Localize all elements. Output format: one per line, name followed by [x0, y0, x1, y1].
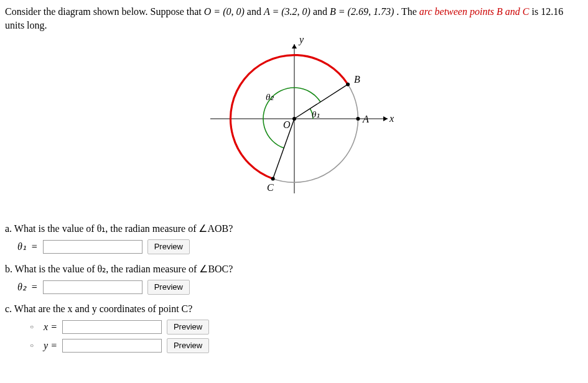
label-y: y [298, 38, 304, 45]
c-y-row: y = Preview [30, 338, 583, 353]
problem-statement: Consider the diagram shown below. Suppos… [5, 5, 583, 33]
theta1-label: θ₁ = [17, 241, 38, 252]
svg-point-9 [346, 82, 350, 86]
c-x-row: x = Preview [30, 320, 583, 335]
and2: and [313, 6, 330, 17]
theta1-input[interactable] [43, 240, 142, 254]
preview-button-b[interactable]: Preview [147, 280, 190, 295]
label-O: O [283, 119, 291, 130]
theta2-label: θ₂ = [17, 281, 38, 293]
preview-button-cx[interactable]: Preview [167, 320, 209, 335]
problem-prefix: Consider the diagram shown below. Suppos… [5, 6, 204, 17]
question-b: b. What is the value of θ₂, the radian m… [5, 263, 583, 295]
label-theta1: θ₁ [312, 109, 320, 119]
arc-phrase: arc between points B and C [419, 6, 530, 17]
theta2-input[interactable] [43, 280, 142, 294]
A-expr: A = (3.2, 0) [264, 6, 310, 17]
O-expr: O = (0, 0) [204, 6, 245, 17]
circle-diagram: y x O A B C θ₁ θ₂ [182, 38, 406, 209]
period: . The [396, 6, 419, 17]
svg-marker-1 [383, 116, 388, 121]
part-c-text: c. What are the x and y coordinates of p… [5, 303, 192, 314]
svg-line-5 [294, 84, 348, 118]
diagram: y x O A B C θ₁ θ₂ [5, 38, 583, 211]
preview-button-cy[interactable]: Preview [167, 338, 209, 353]
svg-marker-3 [292, 44, 297, 48]
preview-button-a[interactable]: Preview [147, 239, 190, 254]
question-c: c. What are the x and y coordinates of p… [5, 303, 583, 353]
svg-point-10 [271, 177, 274, 180]
label-A: A [362, 114, 369, 124]
label-B: B [354, 74, 360, 85]
label-C: C [267, 182, 274, 193]
x-input[interactable] [62, 320, 162, 334]
B-expr: B = (2.69, 1.73) [330, 6, 394, 17]
and1: and [247, 6, 264, 17]
svg-point-7 [292, 117, 296, 121]
svg-point-8 [356, 117, 360, 121]
question-a: a. What is the value of θ₁, the radian m… [5, 223, 583, 254]
y-input[interactable] [62, 339, 162, 353]
x-label: x = [44, 321, 57, 333]
y-label: y = [44, 340, 57, 351]
part-b-text: b. What is the value of θ₂, the radian m… [5, 264, 233, 274]
label-theta2: θ₂ [266, 92, 274, 102]
part-a-text: a. What is the value of θ₁, the radian m… [5, 223, 233, 234]
label-x: x [389, 113, 394, 124]
